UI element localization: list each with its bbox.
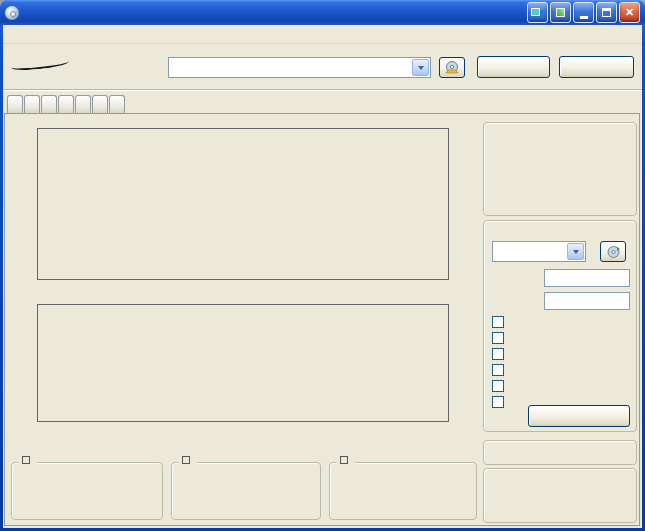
progress-panel [483, 468, 637, 523]
checkbox-show-write-speed [492, 395, 509, 409]
disc-date-label [494, 180, 534, 194]
pif-chart-right-axis [451, 304, 477, 424]
checkbox-box[interactable] [492, 364, 504, 376]
quality-score-panel [483, 440, 637, 465]
app-window: ✕ [0, 0, 645, 531]
maximize-button[interactable] [596, 2, 617, 23]
disc-label-label [494, 198, 534, 212]
pi-errors-color-icon [22, 456, 30, 464]
tab-benchmark[interactable] [7, 95, 23, 113]
menu-extra[interactable] [35, 32, 49, 36]
checkbox-quick-scan[interactable] [492, 315, 509, 329]
checkbox-show-read-speed[interactable] [492, 379, 509, 393]
menu-bar [3, 25, 642, 44]
jitter-panel [329, 462, 477, 520]
speed-select[interactable] [492, 241, 586, 262]
progress-row [492, 475, 628, 489]
checkbox-show-jitter[interactable] [492, 363, 509, 377]
cascade-icon [531, 8, 540, 16]
disc-info-panel [483, 122, 637, 216]
disc-id-label [494, 162, 534, 176]
position-row [492, 490, 628, 504]
tab-scandisc[interactable] [92, 95, 108, 113]
speed-dropdown-arrow-icon[interactable] [567, 243, 584, 260]
start-button[interactable] [477, 56, 550, 78]
disc-type-label [494, 144, 534, 158]
titlebar[interactable]: ✕ [0, 0, 645, 25]
end-mb-input[interactable] [544, 292, 630, 310]
pi-failures-legend [179, 456, 197, 464]
checkbox-box[interactable] [492, 332, 504, 344]
drive-select[interactable] [168, 57, 431, 78]
menu-help[interactable] [49, 32, 63, 36]
refresh-disc-button[interactable] [600, 241, 626, 262]
advanced-button[interactable] [528, 405, 630, 427]
pif-chart-left-axis [7, 304, 36, 424]
jitter-legend [337, 456, 355, 464]
titlebar-extra-button-2[interactable] [550, 2, 571, 23]
pi-failures-panel [171, 462, 321, 520]
exit-button[interactable] [559, 56, 634, 78]
disc-hand-icon [444, 61, 460, 75]
jitter-color-icon [340, 456, 348, 464]
close-button[interactable]: ✕ [619, 2, 640, 23]
tab-create-disc[interactable] [24, 95, 40, 113]
dropdown-arrow-icon[interactable] [412, 59, 429, 76]
tab-strip [7, 93, 126, 114]
mini-disc-icon [606, 245, 621, 259]
minimize-icon [580, 16, 588, 19]
disc-id-row [494, 162, 632, 176]
minimize-button[interactable] [573, 2, 594, 23]
logo-swoosh [11, 57, 70, 71]
pi-failures-color-icon [182, 456, 190, 464]
header [3, 44, 642, 90]
window-body [3, 25, 642, 528]
tab-disc-info[interactable] [41, 95, 57, 113]
checkbox-box[interactable] [492, 348, 504, 360]
checkbox-box [492, 396, 504, 408]
tab-advanced-disc-quality[interactable] [75, 95, 91, 113]
maximize-icon [602, 8, 611, 17]
disc-type-row [494, 144, 632, 158]
checkbox-show-c2-pif[interactable] [492, 347, 509, 361]
pie-chart-x-axis [37, 284, 451, 296]
disc-quality-page [4, 113, 640, 526]
checkbox-show-c1-pie[interactable] [492, 331, 509, 345]
checkbox-box[interactable] [492, 380, 504, 392]
grid-icon [556, 8, 565, 17]
logo-product [13, 49, 17, 61]
nero-logo [13, 47, 17, 61]
pie-errors-chart [37, 128, 449, 280]
disc-date-row [494, 180, 632, 194]
pi-failures-chart [37, 304, 449, 422]
pi-errors-panel [11, 462, 163, 520]
pif-chart-x-axis [37, 426, 451, 438]
disc-label-row [494, 198, 632, 212]
menu-run-test[interactable] [21, 32, 35, 36]
settings-panel [483, 220, 637, 432]
start-mb-input[interactable] [544, 269, 630, 287]
checkbox-box[interactable] [492, 316, 504, 328]
titlebar-extra-button-1[interactable] [527, 2, 548, 23]
drive-burn-button[interactable] [439, 57, 465, 78]
tab-disc-quality[interactable] [58, 95, 74, 113]
pie-chart-right-axis [451, 128, 477, 282]
pi-errors-legend [19, 456, 37, 464]
close-icon: ✕ [625, 7, 634, 18]
tab-ta-jitter[interactable] [109, 95, 125, 113]
app-icon [5, 6, 19, 20]
menu-file[interactable] [7, 32, 21, 36]
pie-chart-left-axis [7, 128, 36, 282]
speed-row [492, 505, 628, 519]
